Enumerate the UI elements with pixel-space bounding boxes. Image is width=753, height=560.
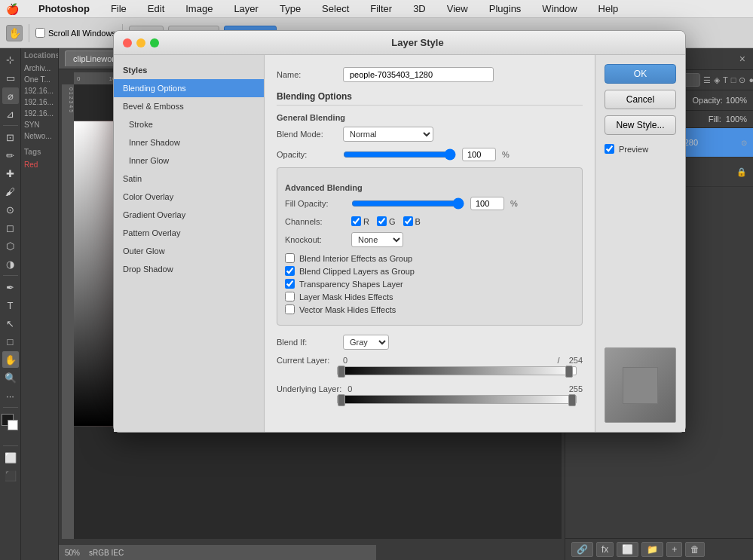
screen-mode-tool[interactable]: ⬛ [2,467,19,484]
menu-item-edit[interactable]: Edit [143,2,169,16]
dialog-stroke-item[interactable]: Stroke [114,115,264,133]
dialog-color-overlay-item[interactable]: Color Overlay [114,188,264,206]
current-layer-slider-handle-right[interactable] [565,366,573,378]
dialog-blending-options-item[interactable]: Blending Options [114,79,264,97]
underlying-layer-slider-handle-right[interactable] [568,394,576,406]
dialog-maximize-button[interactable] [150,38,159,47]
opacity-slider[interactable] [343,148,456,161]
type-tool[interactable]: T [2,297,19,314]
sidebar-item-red[interactable]: Red [24,159,55,170]
eraser-tool[interactable]: ◻ [2,219,19,236]
sidebar-item-netwo[interactable]: Netwo... [24,130,55,142]
dialog-drop-shadow-item[interactable]: Drop Shadow [114,260,264,278]
layer-mask-checkbox[interactable] [285,292,295,301]
opacity-input[interactable] [462,148,496,161]
menu-item-help[interactable]: Help [594,2,623,16]
eyedropper-tool[interactable]: ✏ [2,147,19,164]
menu-item-window[interactable]: Window [537,2,581,16]
channel-r-checkbox[interactable] [351,216,361,226]
dodge-tool[interactable]: ◑ [2,256,19,272]
sidebar-item-one-t[interactable]: One T... [24,74,55,85]
dialog-inner-shadow-item[interactable]: Inner Shadow [114,133,264,151]
sidebar-item-syn[interactable]: SYN [24,119,55,130]
dialog-outer-glow-item[interactable]: Outer Glow [114,242,264,260]
filter-type-icon[interactable]: T [723,75,728,85]
brush-tool[interactable]: 🖌 [2,183,19,200]
channel-b-checkbox[interactable] [403,216,413,226]
blend-mode-select[interactable]: Normal Dissolve Multiply Screen Overlay [343,127,433,142]
menu-item-app[interactable]: Photoshop [34,2,94,16]
filter-pixel-icon[interactable]: ☰ [703,75,711,85]
hand-tool-box[interactable]: ✋ [2,351,19,368]
marquee-tool[interactable]: ▭ [2,69,19,86]
filter-smart-icon[interactable]: ⊙ [739,75,745,85]
zoom-tool[interactable]: 🔍 [2,369,19,386]
dialog-minimize-button[interactable] [136,38,145,47]
gradient-tool[interactable]: ⬡ [2,237,19,254]
menu-item-file[interactable]: File [106,2,131,16]
menu-item-3d[interactable]: 3D [409,2,430,16]
dialog-bevel-emboss-item[interactable]: Bevel & Emboss [114,97,264,115]
dialog-close-button[interactable] [123,38,132,47]
scroll-all-windows-checkbox[interactable]: Scroll All Windows [35,28,116,38]
dialog-pattern-overlay-item[interactable]: Pattern Overlay [114,224,264,242]
heal-tool[interactable]: ✚ [2,165,19,182]
menu-item-view[interactable]: View [442,2,473,16]
menu-item-image[interactable]: Image [181,2,217,16]
dialog-inner-glow-item[interactable]: Inner Glow [114,151,264,170]
underlying-layer-slider-handle-left[interactable] [338,394,345,406]
knockout-select[interactable]: None Shallow Deep [351,232,403,247]
menu-item-plugins[interactable]: Plugins [485,2,526,16]
preview-checkbox[interactable] [605,144,614,154]
path-select-tool[interactable]: ↖ [2,315,19,332]
crop-tool[interactable]: ⊡ [2,129,19,145]
quick-mask-tool[interactable]: ⬜ [2,449,19,466]
menu-item-type[interactable]: Type [275,2,305,16]
clone-tool[interactable]: ⊙ [2,201,19,218]
new-layer-icon[interactable]: + [666,542,682,557]
ok-button[interactable]: OK [605,64,676,84]
apple-menu[interactable]: 🍎 [6,3,19,15]
menu-item-layer[interactable]: Layer [229,2,263,16]
layers-panel-close[interactable]: × [739,53,745,65]
extras-tool[interactable]: ··· [2,387,19,404]
pen-tool[interactable]: ✒ [2,279,19,295]
filter-toggle-icon[interactable]: ● [748,75,753,85]
menu-item-select[interactable]: Select [317,2,354,16]
sidebar-item-archiv[interactable]: Archiv... [24,63,55,74]
channel-g-checkbox[interactable] [377,216,387,226]
sidebar-item-192-1[interactable]: 192.16... [24,85,55,96]
current-layer-slider-handle-left[interactable] [338,366,345,378]
dialog-gradient-overlay-item[interactable]: Gradient Overlay [114,206,264,224]
sidebar-item-192-2[interactable]: 192.16... [24,96,55,108]
blend-clipped-checkbox[interactable] [285,266,295,276]
blend-interior-checkbox[interactable] [285,253,295,263]
vector-mask-checkbox[interactable] [285,304,295,314]
transparency-shapes-checkbox[interactable] [285,279,295,289]
background-color[interactable] [8,420,18,430]
fill-value[interactable]: 100% [726,115,747,124]
new-style-button[interactable]: New Style... [605,115,676,135]
hand-tool[interactable]: ✋ [6,25,23,41]
foreground-background-colors[interactable] [2,414,20,432]
shape-tool[interactable]: □ [2,333,19,350]
delete-layer-icon[interactable]: 🗑 [685,542,705,557]
filter-shape-icon[interactable]: □ [731,75,736,85]
magic-wand-tool[interactable]: ⊿ [2,106,19,122]
move-tool[interactable]: ⊹ [2,51,19,68]
add-style-icon[interactable]: fx [596,542,614,557]
dialog-satin-item[interactable]: Satin [114,170,264,188]
link-layers-icon[interactable]: 🔗 [571,542,593,557]
menu-item-filter[interactable]: Filter [366,2,396,16]
layer-properties-icon[interactable]: ⊙ [741,139,747,147]
dialog-styles-item[interactable]: Styles [114,61,264,79]
opacity-value[interactable]: 100% [726,96,747,105]
filter-adj-icon[interactable]: ◈ [714,75,720,85]
blend-if-select[interactable]: Gray Red Green Blue [343,335,389,350]
cancel-button[interactable]: Cancel [605,90,676,109]
fill-opacity-input[interactable] [470,197,504,210]
fill-opacity-slider[interactable] [351,197,464,210]
lasso-tool[interactable]: ⌀ [2,87,19,104]
scroll-all-windows-check[interactable] [35,28,45,38]
sidebar-item-192-3[interactable]: 192.16... [24,108,55,119]
